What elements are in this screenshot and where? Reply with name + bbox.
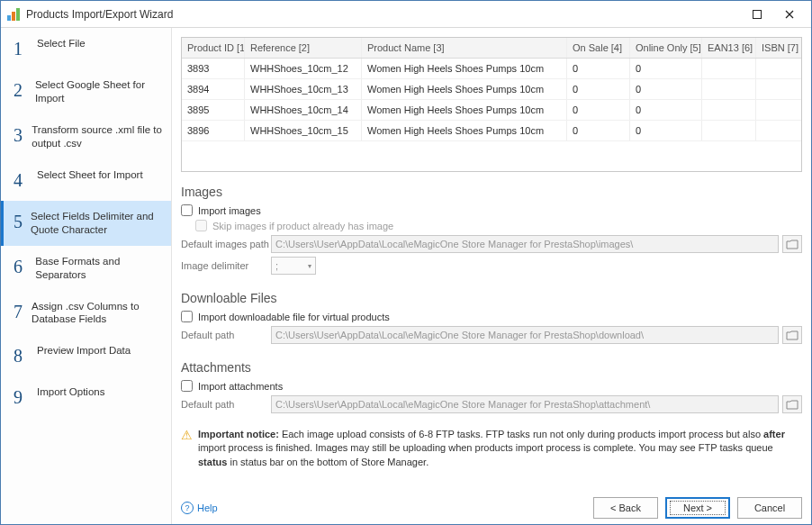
app-icon	[6, 7, 21, 22]
step-label: Select Fields Delimiter and Quote Charac…	[31, 210, 162, 237]
browse-download-path-button[interactable]	[782, 326, 802, 344]
default-images-path-label: Default images path	[181, 239, 271, 249]
table-row[interactable]: 3893WHHShoes_10cm_12Women High Heels Sho…	[182, 59, 801, 79]
default-download-path-label: Default path	[181, 330, 271, 340]
col-product-id[interactable]: Product ID [1]	[182, 38, 245, 58]
import-images-checkbox[interactable]: Import images	[181, 204, 802, 216]
attachments-section: Attachments Import attachments Default p…	[181, 360, 802, 417]
help-link[interactable]: ?Help	[181, 502, 218, 514]
downloadable-files-section: Downloable Files Import downloadable fil…	[181, 291, 802, 348]
step-3[interactable]: 3Transform source .xml file to output .c…	[1, 114, 171, 159]
table-row[interactable]: 3895WHHShoes_10cm_14Women High Heels Sho…	[182, 100, 801, 121]
attachments-heading: Attachments	[181, 360, 802, 375]
step-label: Import Options	[37, 385, 104, 399]
col-product-name[interactable]: Product Name [3]	[362, 38, 567, 58]
warning-icon: ⚠	[181, 427, 193, 468]
chevron-down-icon: ▾	[308, 262, 311, 270]
step-label: Select Google Sheet for Import	[35, 78, 162, 105]
svg-rect-1	[12, 12, 15, 21]
image-delimiter-combo[interactable]: ;▾	[271, 257, 316, 275]
step-6[interactable]: 6Base Formats and Separators	[1, 246, 171, 291]
default-attachment-path-label: Default path	[181, 399, 271, 410]
preview-grid: Product ID [1] Reference [2] Product Nam…	[181, 37, 802, 172]
col-ean13[interactable]: EAN13 [6]	[702, 38, 756, 58]
images-heading: Images	[181, 185, 802, 199]
browse-attachment-path-button[interactable]	[782, 395, 802, 413]
images-section: Images Import images Skip images if prod…	[181, 185, 802, 278]
image-delimiter-label: Image delimiter	[181, 260, 271, 271]
step-8[interactable]: 8Preview Import Data	[1, 335, 171, 376]
table-row[interactable]: 3896WHHShoes_10cm_15Women High Heels Sho…	[182, 121, 801, 141]
cancel-button[interactable]: Cancel	[737, 497, 802, 519]
import-downloadable-checkbox[interactable]: Import downloadable file for virtual pro…	[181, 311, 802, 322]
step-4[interactable]: 4Select Sheet for Import	[1, 159, 171, 201]
svg-rect-0	[7, 15, 11, 21]
col-online-only[interactable]: Online Only [5]	[630, 38, 702, 58]
skip-images-checkbox[interactable]: Skip images if product already has image	[195, 220, 802, 231]
ftp-notice: ⚠ Important notice: Each image upload co…	[181, 428, 802, 469]
browse-images-path-button[interactable]	[782, 235, 802, 253]
step-7[interactable]: 7Assign .csv Columns to Database Fields	[1, 291, 171, 336]
help-icon: ?	[181, 502, 194, 514]
default-attachment-path-input[interactable]	[271, 395, 779, 413]
step-label: Select Sheet for Import	[37, 168, 143, 182]
table-row[interactable]: 3894WHHShoes_10cm_13Women High Heels Sho…	[182, 79, 801, 100]
default-images-path-input[interactable]	[271, 235, 779, 253]
next-button[interactable]: Next >	[665, 497, 730, 519]
col-on-sale[interactable]: On Sale [4]	[567, 38, 630, 58]
close-button[interactable]	[773, 2, 806, 27]
wizard-steps-sidebar: 1Select File 2Select Google Sheet for Im…	[1, 28, 172, 524]
step-label: Assign .csv Columns to Database Fields	[32, 300, 162, 327]
step-5[interactable]: 5Select Fields Delimiter and Quote Chara…	[1, 201, 171, 246]
grid-header: Product ID [1] Reference [2] Product Nam…	[182, 38, 801, 59]
downloadable-heading: Downloable Files	[181, 291, 802, 305]
step-label: Preview Import Data	[37, 344, 131, 358]
default-download-path-input[interactable]	[271, 326, 779, 344]
col-reference[interactable]: Reference [2]	[245, 38, 362, 58]
step-2[interactable]: 2Select Google Sheet for Import	[1, 69, 171, 114]
step-label: Transform source .xml file to output .cs…	[32, 123, 162, 150]
import-attachments-checkbox[interactable]: Import attachments	[181, 380, 802, 392]
svg-rect-2	[16, 8, 20, 21]
step-label: Select File	[37, 37, 86, 50]
step-1[interactable]: 1Select File	[1, 28, 171, 69]
step-label: Base Formats and Separators	[35, 255, 162, 282]
col-isbn[interactable]: ISBN [7]	[756, 38, 801, 58]
maximize-button[interactable]	[741, 2, 773, 27]
step-9[interactable]: 9Import Options	[1, 376, 171, 418]
svg-rect-3	[753, 10, 762, 18]
window-title: Products Import/Export Wizard	[26, 8, 741, 21]
back-button[interactable]: < Back	[593, 497, 658, 519]
